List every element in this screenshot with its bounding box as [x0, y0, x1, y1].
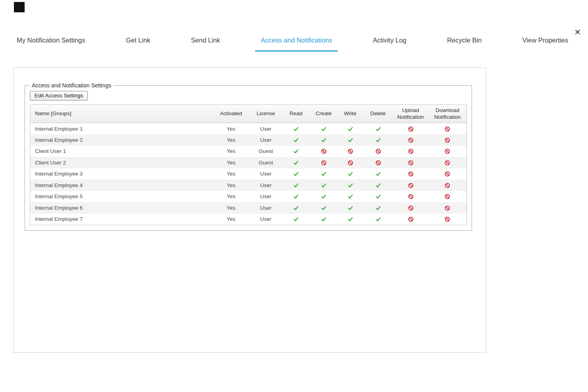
- cell-read: [282, 214, 310, 225]
- deny-icon: [408, 193, 414, 199]
- tab-bar: My Notification Settings Get Link Send L…: [11, 33, 574, 52]
- access-settings-fieldset: Access and Notification Settings Edit Ac…: [25, 82, 472, 231]
- cell-delete: [364, 202, 393, 214]
- allow-icon: [348, 193, 353, 199]
- deny-icon: [445, 205, 450, 211]
- edit-access-settings-button[interactable]: Edit Access Settings: [30, 91, 88, 100]
- deny-icon: [408, 216, 414, 222]
- cell-delete: [364, 214, 393, 225]
- allow-icon: [375, 137, 381, 143]
- cell-upload-notification: [393, 214, 429, 225]
- cell-download-notification: [429, 146, 467, 157]
- content-panel: Access and Notification Settings Edit Ac…: [13, 68, 486, 353]
- cell-write: [337, 180, 364, 191]
- deny-icon: [445, 137, 450, 143]
- deny-icon: [348, 160, 353, 166]
- allow-icon: [293, 160, 299, 166]
- cell-delete: [364, 134, 393, 146]
- cell-name: Internal Employee 1: [30, 123, 213, 135]
- cell-create: [310, 191, 337, 203]
- cell-download-notification: [429, 157, 467, 168]
- cell-write: [337, 157, 364, 168]
- deny-icon: [321, 148, 327, 154]
- cell-read: [282, 168, 310, 180]
- cell-create: [310, 180, 337, 191]
- deny-icon: [408, 171, 414, 177]
- allow-icon: [321, 171, 327, 177]
- deny-icon: [408, 205, 414, 211]
- cell-license: Guest: [250, 146, 282, 157]
- cell-activated: Yes: [213, 146, 250, 157]
- column-header: Read: [282, 105, 310, 123]
- table-row: Internal Employee 5YesUser: [30, 191, 467, 203]
- tab-label: View Properties: [522, 37, 568, 44]
- cell-create: [310, 168, 337, 180]
- cell-read: [282, 134, 310, 146]
- table-row: Client User 1YesGuest: [30, 146, 467, 157]
- deny-icon: [375, 148, 381, 154]
- allow-icon: [348, 205, 353, 211]
- allow-icon: [375, 216, 381, 222]
- table-row: Internal Employee 3YesUser: [30, 168, 467, 180]
- allow-icon: [293, 182, 299, 188]
- cell-activated: Yes: [213, 168, 250, 180]
- cell-license: User: [250, 191, 282, 203]
- cell-write: [337, 191, 364, 203]
- column-header: Activated: [213, 105, 250, 123]
- allow-icon: [348, 171, 353, 177]
- close-icon[interactable]: ✕: [574, 28, 581, 36]
- cell-delete: [364, 146, 393, 157]
- cell-create: [310, 146, 337, 157]
- column-header: License: [250, 105, 282, 123]
- cell-write: [337, 168, 364, 180]
- cell-activated: Yes: [213, 123, 250, 135]
- allow-icon: [293, 216, 299, 222]
- allow-icon: [375, 205, 381, 211]
- black-corner-mark: [14, 2, 25, 12]
- cell-name: Internal Employee 5: [30, 191, 213, 203]
- cell-activated: Yes: [213, 134, 250, 146]
- cell-activated: Yes: [213, 180, 250, 191]
- tab-view-properties[interactable]: View Properties: [517, 33, 574, 52]
- tab-get-link[interactable]: Get Link: [120, 33, 156, 52]
- allow-icon: [348, 216, 353, 222]
- cell-upload-notification: [393, 134, 429, 146]
- allow-icon: [321, 216, 327, 222]
- tab-access-and-notifications[interactable]: Access and Notifications: [255, 33, 338, 52]
- tab-recycle-bin[interactable]: Recycle Bin: [441, 33, 487, 52]
- column-header: Delete: [364, 105, 393, 123]
- deny-icon: [445, 148, 450, 154]
- cell-write: [337, 134, 364, 146]
- cell-create: [310, 123, 337, 135]
- cell-upload-notification: [393, 146, 429, 157]
- cell-name: Client User 2: [30, 157, 213, 168]
- column-header: Name [Groups]: [30, 105, 213, 123]
- cell-upload-notification: [393, 157, 429, 168]
- cell-license: User: [250, 180, 282, 191]
- tab-send-link[interactable]: Send Link: [186, 33, 226, 52]
- cell-upload-notification: [393, 191, 429, 203]
- allow-icon: [321, 193, 327, 199]
- allow-icon: [375, 193, 381, 199]
- table-row: Internal Employee 4YesUser: [30, 180, 467, 191]
- cell-download-notification: [429, 191, 467, 203]
- tab-my-notification-settings[interactable]: My Notification Settings: [11, 33, 91, 52]
- cell-create: [310, 134, 337, 146]
- cell-activated: Yes: [213, 214, 250, 225]
- allow-icon: [321, 137, 327, 143]
- table-row: Internal Employee 6YesUser: [30, 202, 467, 214]
- deny-icon: [445, 193, 450, 199]
- deny-icon: [408, 126, 414, 131]
- tab-activity-log[interactable]: Activity Log: [367, 33, 412, 52]
- deny-icon: [348, 148, 353, 154]
- allow-icon: [375, 126, 381, 131]
- table-header-row: Name [Groups]ActivatedLicenseReadCreateW…: [30, 105, 467, 123]
- cell-read: [282, 180, 310, 191]
- cell-download-notification: [429, 168, 467, 180]
- cell-read: [282, 123, 310, 135]
- allow-icon: [348, 137, 353, 143]
- cell-license: User: [250, 214, 282, 225]
- cell-upload-notification: [393, 180, 429, 191]
- deny-icon: [445, 171, 450, 177]
- allow-icon: [348, 182, 353, 188]
